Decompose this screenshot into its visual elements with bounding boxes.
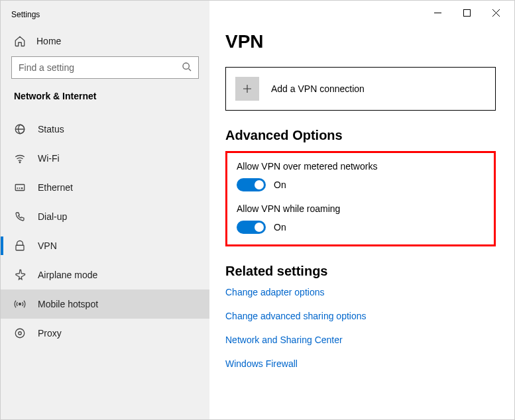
main-panel: VPN Add a VPN connection Advanced Option… (209, 1, 514, 419)
svg-point-6 (15, 329, 25, 338)
svg-point-5 (19, 303, 21, 305)
ethernet-icon (14, 182, 26, 193)
related-links: Change adapter options Change advanced s… (225, 287, 496, 369)
sidebar-item-vpn[interactable]: VPN (1, 231, 209, 260)
sidebar-item-status[interactable]: Status (1, 115, 209, 144)
hotspot-icon (14, 298, 26, 310)
sidebar: Settings Home Network & Internet Status … (1, 1, 209, 419)
page-title: VPN (225, 31, 496, 52)
close-button[interactable] (481, 3, 510, 22)
app-title: Settings (1, 6, 209, 28)
home-icon (14, 35, 26, 47)
sidebar-item-label: Dial-up (38, 211, 67, 222)
related-settings-title: Related settings (225, 264, 496, 279)
sidebar-item-label: Wi-Fi (38, 153, 60, 164)
sidebar-item-label: VPN (38, 240, 57, 251)
nav-list: Status Wi-Fi Ethernet Dial-up VPN Airpla… (1, 115, 209, 348)
link-network-center[interactable]: Network and Sharing Center (225, 335, 496, 345)
search-wrap (11, 56, 199, 79)
svg-point-2 (19, 162, 21, 163)
toggle-metered: Allow VPN over metered networks On (237, 161, 485, 191)
svg-point-0 (183, 63, 189, 69)
sidebar-item-label: Status (38, 124, 64, 134)
svg-rect-8 (463, 9, 470, 16)
toggle-roaming: Allow VPN while roaming On (237, 203, 485, 234)
home-label: Home (36, 36, 61, 46)
toggle-state: On (274, 222, 286, 233)
toggle-roaming-switch[interactable] (237, 221, 266, 234)
sidebar-item-proxy[interactable]: Proxy (1, 319, 209, 348)
svg-point-7 (19, 332, 22, 335)
sidebar-item-wifi[interactable]: Wi-Fi (1, 144, 209, 173)
link-windows-firewall[interactable]: Windows Firewall (225, 358, 496, 369)
maximize-button[interactable] (452, 3, 481, 22)
minimize-button[interactable] (423, 3, 452, 22)
sidebar-item-ethernet[interactable]: Ethernet (1, 173, 209, 202)
sidebar-item-dialup[interactable]: Dial-up (1, 202, 209, 231)
sidebar-item-hotspot[interactable]: Mobile hotspot (1, 289, 209, 319)
link-advanced-sharing[interactable]: Change advanced sharing options (225, 311, 496, 321)
sidebar-item-airplane[interactable]: Airplane mode (1, 260, 209, 289)
proxy-icon (14, 327, 26, 339)
titlebar (209, 1, 514, 25)
home-button[interactable]: Home (1, 28, 209, 56)
wifi-icon (14, 152, 26, 164)
add-vpn-button[interactable]: Add a VPN connection (225, 67, 496, 111)
sidebar-item-label: Airplane mode (38, 270, 97, 280)
vpn-icon (14, 240, 26, 252)
search-icon (182, 62, 192, 72)
dialup-icon (14, 211, 26, 223)
sidebar-item-label: Mobile hotspot (38, 299, 98, 309)
status-icon (14, 123, 26, 135)
toggle-state: On (274, 180, 286, 190)
search-input[interactable] (11, 56, 199, 79)
svg-rect-4 (16, 245, 24, 250)
sidebar-item-label: Ethernet (38, 182, 73, 193)
airplane-icon (14, 269, 26, 281)
svg-rect-3 (15, 185, 25, 191)
toggle-label: Allow VPN over metered networks (237, 161, 485, 172)
toggle-metered-switch[interactable] (237, 178, 266, 191)
add-vpn-label: Add a VPN connection (271, 83, 365, 94)
section-header: Network & Internet (1, 91, 209, 109)
link-adapter-options[interactable]: Change adapter options (225, 287, 496, 297)
advanced-options-title: Advanced Options (225, 128, 496, 143)
highlight-box: Allow VPN over metered networks On Allow… (225, 151, 496, 246)
sidebar-item-label: Proxy (38, 328, 62, 339)
toggle-label: Allow VPN while roaming (237, 203, 485, 214)
plus-icon (235, 77, 259, 101)
content: VPN Add a VPN connection Advanced Option… (209, 25, 514, 382)
